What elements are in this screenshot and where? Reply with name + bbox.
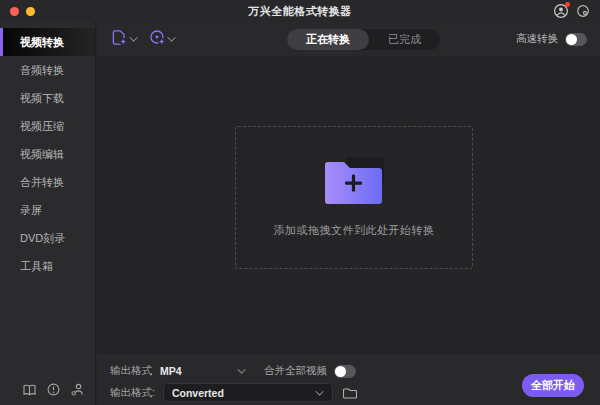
guide-book-icon[interactable] bbox=[23, 384, 36, 396]
high-speed-label: 高速转换 bbox=[516, 32, 558, 46]
output-path-value: Converted bbox=[172, 387, 224, 399]
notification-badge bbox=[565, 2, 570, 7]
add-disc-chevron-icon[interactable] bbox=[167, 33, 175, 41]
sidebar: 视频转换 音频转换 视频下载 视频压缩 视频编辑 合并转换 录屏 DVD刻录 工… bbox=[0, 22, 96, 405]
output-path-select[interactable]: Converted bbox=[163, 383, 333, 402]
sidebar-item-label: DVD刻录 bbox=[20, 232, 65, 244]
sidebar-item-merge-convert[interactable]: 合并转换 bbox=[0, 168, 95, 196]
file-dropzone[interactable]: 添加或拖拽文件到此处开始转换 bbox=[235, 126, 473, 269]
merge-all-toggle[interactable] bbox=[334, 365, 356, 378]
bottom-bar: 输出格式 MP4 合并全部视频 输出格式: Converted 全部开始 bbox=[97, 353, 600, 405]
start-all-button[interactable]: 全部开始 bbox=[522, 374, 584, 397]
convert-status-tabs: 正在转换 已完成 bbox=[287, 29, 440, 50]
sidebar-item-audio-convert[interactable]: 音频转换 bbox=[0, 56, 95, 84]
output-path-chevron-icon bbox=[315, 387, 323, 395]
sidebar-item-label: 视频编辑 bbox=[20, 148, 64, 160]
main-area: 添加或拖拽文件到此处开始转换 bbox=[97, 56, 600, 353]
sidebar-item-label: 录屏 bbox=[20, 204, 42, 216]
output-format-label: 输出格式 bbox=[110, 364, 152, 378]
support-icon[interactable] bbox=[576, 4, 592, 20]
app-window: 万兴全能格式转换器 视频转换 音频转换 视频下载 视频压缩 bbox=[0, 0, 600, 405]
sidebar-item-screen-record[interactable]: 录屏 bbox=[0, 196, 95, 224]
output-format-chevron-icon bbox=[237, 365, 245, 373]
browse-folder-icon[interactable] bbox=[343, 387, 357, 399]
sidebar-item-label: 视频下载 bbox=[20, 92, 64, 104]
folder-plus-icon bbox=[322, 157, 386, 208]
add-disc-icon[interactable] bbox=[149, 29, 166, 50]
high-speed-toggle[interactable] bbox=[565, 33, 587, 46]
window-title: 万兴全能格式转换器 bbox=[0, 0, 600, 22]
output-format-value: MP4 bbox=[160, 365, 182, 377]
account-icon[interactable] bbox=[553, 3, 569, 19]
share-person-icon[interactable] bbox=[71, 383, 84, 396]
help-info-icon[interactable] bbox=[47, 383, 60, 396]
sidebar-item-video-edit[interactable]: 视频编辑 bbox=[0, 140, 95, 168]
dropzone-hint: 添加或拖拽文件到此处开始转换 bbox=[274, 223, 435, 238]
tab-finished[interactable]: 已完成 bbox=[369, 29, 440, 50]
sidebar-item-label: 工具箱 bbox=[20, 260, 53, 272]
sidebar-item-video-download[interactable]: 视频下载 bbox=[0, 84, 95, 112]
sidebar-item-label: 合并转换 bbox=[20, 176, 64, 188]
sidebar-footer bbox=[0, 383, 96, 396]
output-path-label: 输出格式: bbox=[110, 386, 155, 400]
sidebar-item-toolbox[interactable]: 工具箱 bbox=[0, 252, 95, 280]
sidebar-item-label: 视频压缩 bbox=[20, 120, 64, 132]
sidebar-item-video-compress[interactable]: 视频压缩 bbox=[0, 112, 95, 140]
sidebar-item-dvd-burn[interactable]: DVD刻录 bbox=[0, 224, 95, 252]
toolbar: 正在转换 已完成 高速转换 bbox=[97, 22, 600, 56]
sidebar-item-label: 视频转换 bbox=[20, 36, 64, 48]
output-format-select[interactable]: MP4 bbox=[160, 365, 246, 377]
add-file-chevron-icon[interactable] bbox=[129, 33, 137, 41]
tab-converting[interactable]: 正在转换 bbox=[287, 29, 369, 50]
merge-all-label: 合并全部视频 bbox=[264, 364, 327, 378]
sidebar-item-video-convert[interactable]: 视频转换 bbox=[0, 28, 95, 56]
sidebar-item-label: 音频转换 bbox=[20, 64, 64, 76]
titlebar: 万兴全能格式转换器 bbox=[0, 0, 600, 22]
add-file-icon[interactable] bbox=[111, 29, 128, 50]
